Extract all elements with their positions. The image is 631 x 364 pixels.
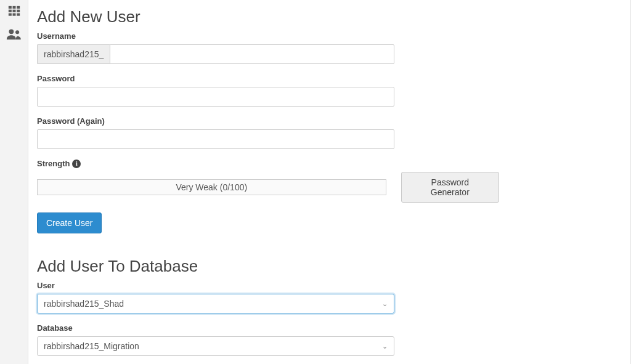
users-icon[interactable]: [6, 27, 22, 41]
info-icon[interactable]: i: [72, 160, 81, 168]
username-prefix: rabbirshad215_: [37, 44, 110, 64]
strength-label-row: Strength i: [37, 159, 622, 168]
password-again-label: Password (Again): [37, 116, 622, 126]
database-select-row: Database rabbirshad215_Migration ⌄: [37, 323, 622, 356]
user-select-value: rabbirshad215_Shad: [44, 299, 124, 309]
page-root: Add New User Username rabbirshad215_ Pas…: [0, 0, 631, 364]
user-select[interactable]: rabbirshad215_Shad ⌄: [37, 294, 394, 313]
add-to-db-title: Add User To Database: [37, 257, 622, 276]
strength-row: Very Weak (0/100) Password Generator: [37, 172, 499, 203]
username-row: Username rabbirshad215_: [37, 31, 622, 64]
svg-rect-7: [12, 14, 15, 16]
username-input-group: rabbirshad215_: [37, 44, 394, 64]
strength-row-wrapper: Strength i Very Weak (0/100) Password Ge…: [37, 159, 622, 203]
strength-meter: Very Weak (0/100): [37, 179, 386, 195]
strength-label: Strength: [37, 159, 70, 168]
database-select-value: rabbirshad215_Migration: [44, 341, 139, 351]
password-again-row: Password (Again): [37, 116, 622, 149]
password-input[interactable]: [37, 87, 394, 107]
database-select-label: Database: [37, 323, 622, 333]
sidebar: [0, 0, 28, 364]
user-select-row: User rabbirshad215_Shad ⌄: [37, 281, 622, 313]
svg-rect-0: [8, 6, 11, 9]
svg-point-9: [9, 29, 14, 34]
create-user-button[interactable]: Create User: [37, 212, 102, 233]
main-content: Add New User Username rabbirshad215_ Pas…: [28, 0, 631, 364]
chevron-down-icon: ⌄: [382, 342, 388, 350]
create-user-row: Create User: [37, 212, 622, 233]
svg-rect-8: [17, 14, 20, 16]
password-again-input[interactable]: [37, 129, 394, 149]
svg-rect-1: [12, 6, 15, 9]
username-label: Username: [37, 31, 622, 41]
password-generator-button[interactable]: Password Generator: [401, 172, 499, 203]
add-user-title: Add New User: [37, 7, 622, 26]
svg-rect-3: [8, 10, 11, 12]
password-label: Password: [37, 74, 622, 83]
svg-point-10: [15, 30, 19, 34]
apps-grid-icon[interactable]: [6, 5, 22, 18]
svg-rect-6: [8, 14, 11, 16]
database-select[interactable]: rabbirshad215_Migration ⌄: [37, 336, 394, 356]
svg-rect-4: [12, 10, 15, 12]
password-row: Password: [37, 74, 622, 107]
chevron-down-icon: ⌄: [382, 300, 388, 308]
username-input[interactable]: [110, 44, 394, 64]
user-select-label: User: [37, 281, 622, 290]
svg-rect-2: [17, 6, 20, 9]
svg-rect-5: [17, 10, 20, 12]
